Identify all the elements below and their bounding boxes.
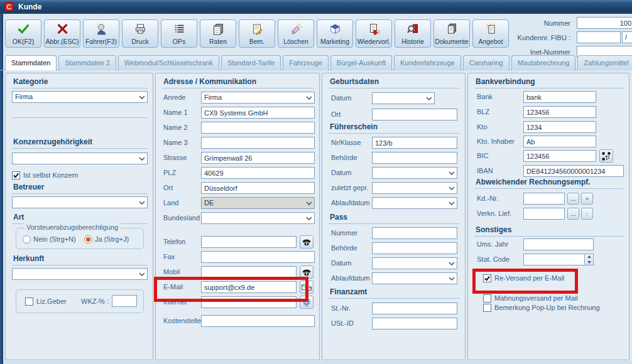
- email-input[interactable]: [201, 281, 297, 293]
- nummer-label: Nummer: [440, 18, 570, 29]
- ust-id-input[interactable]: [372, 318, 457, 329]
- anrede-select[interactable]: Firma: [201, 92, 315, 104]
- open-website-button[interactable]: [300, 296, 313, 309]
- tab-stammdaten[interactable]: Stammdaten: [5, 55, 57, 70]
- pass-behoerde-input[interactable]: [372, 242, 457, 254]
- name1-input[interactable]: [201, 107, 315, 119]
- tab-zahlungsmittel[interactable]: Zahlungsmittel: [577, 55, 632, 70]
- chevron-down-icon: [139, 95, 145, 99]
- bank-input[interactable]: [523, 91, 596, 103]
- tab-standard-tarife[interactable]: Standard-Tarife: [221, 55, 281, 70]
- chevron-down-icon: [449, 277, 455, 281]
- lizgeber-group: Liz.Geber WKZ-% :: [16, 289, 144, 313]
- pass-datum-select[interactable]: [372, 257, 457, 269]
- vorsteuer-nein-radio[interactable]: [23, 235, 31, 244]
- fs-behoerde-input[interactable]: [372, 152, 457, 164]
- bemerkung-popup-checkbox[interactable]: [483, 304, 491, 312]
- kto-label: Kto: [477, 121, 488, 133]
- fs-ablaufdatum-select[interactable]: [372, 197, 457, 209]
- tab-stammdaten-2[interactable]: Stammdaten 2: [58, 55, 116, 70]
- kostenstelle-input[interactable]: [201, 315, 315, 327]
- kto-input[interactable]: [523, 121, 596, 133]
- bic-lookup-button[interactable]: [599, 149, 613, 163]
- kto-inhaber-input[interactable]: [523, 136, 596, 147]
- fs-datum-select[interactable]: [372, 167, 457, 179]
- st-nr-input[interactable]: [372, 302, 457, 314]
- pass-ablaufdatum-select[interactable]: [372, 272, 457, 284]
- marketing-button[interactable]: Marketing: [317, 19, 353, 48]
- ellipsis-icon: ...: [570, 196, 575, 202]
- geburt-datum-select[interactable]: [372, 92, 435, 104]
- ums-jahr-input[interactable]: [523, 238, 594, 250]
- ist-selbst-konzern-checkbox[interactable]: [12, 171, 20, 179]
- wiedervorlage-button[interactable]: Wiedervorl.: [356, 19, 392, 48]
- kto-inhaber-label: Kto. Inhaber: [477, 136, 515, 147]
- tab-fahrzeuge[interactable]: Fahrzeuge: [283, 55, 329, 70]
- ok-button[interactable]: OK(F2): [5, 19, 41, 48]
- cancel-button[interactable]: Abbr.(ESC): [44, 19, 80, 48]
- mobil-dial-button[interactable]: [300, 265, 313, 279]
- nr-klasse-input[interactable]: [372, 137, 457, 149]
- herkunft-select[interactable]: [12, 268, 148, 280]
- tab-mautabrechnung[interactable]: Mautabrechnung: [511, 55, 576, 70]
- send-email-button[interactable]: [300, 281, 313, 294]
- nummer-input[interactable]: [577, 17, 632, 29]
- tab-webmodul[interactable]: Webmodul/Schlüsselschrank: [118, 55, 219, 70]
- iban-input[interactable]: [523, 165, 624, 177]
- mahnungsversand-checkbox[interactable]: [483, 294, 491, 302]
- reversand-checkbox[interactable]: [483, 274, 491, 282]
- kd-nr-input[interactable]: [523, 193, 565, 205]
- kundennr-fibu-input[interactable]: [577, 31, 621, 43]
- stat-code-input[interactable]: [523, 254, 585, 265]
- verkn-lief-new-button[interactable]: [581, 208, 593, 220]
- telefon-dial-button[interactable]: [300, 235, 313, 249]
- pass-nummer-input[interactable]: [372, 227, 457, 239]
- raten-button[interactable]: Raten: [200, 19, 236, 48]
- land-select[interactable]: DE: [201, 197, 315, 209]
- fahrer-button[interactable]: Fahrer(F3): [83, 19, 119, 48]
- tab-buergel-auskunft[interactable]: Bürgel-Auskunft: [330, 55, 392, 70]
- druck-button[interactable]: Druck: [122, 19, 158, 48]
- verkn-lief-input[interactable]: [523, 208, 565, 220]
- internet-input[interactable]: [201, 296, 297, 308]
- wkz-input[interactable]: [112, 295, 137, 307]
- loeschen-button[interactable]: Löschen: [278, 19, 314, 48]
- ort-input[interactable]: [201, 182, 315, 194]
- telefon-input[interactable]: [201, 236, 297, 248]
- fax-input[interactable]: [201, 251, 315, 263]
- divider: [12, 117, 148, 118]
- chevron-down-icon: [139, 272, 145, 276]
- mobil-input[interactable]: [201, 266, 297, 278]
- bic-input[interactable]: [523, 150, 596, 162]
- zuletzt-gepr-select[interactable]: [372, 182, 457, 194]
- chevron-down-icon: [306, 96, 312, 100]
- stat-code-stepper[interactable]: [584, 254, 594, 265]
- konzern-select[interactable]: [12, 153, 148, 164]
- verkn-lief-browse-button[interactable]: ...: [567, 208, 579, 220]
- email-icon: [301, 282, 312, 292]
- kategorie-select[interactable]: Firma: [12, 91, 148, 103]
- blz-input[interactable]: [523, 106, 596, 118]
- ellipsis-icon: ...: [570, 211, 575, 217]
- kd-nr-browse-button[interactable]: ...: [567, 193, 579, 205]
- tab-kundenfahrzeuge[interactable]: Kundenfahrzeuge: [394, 55, 461, 70]
- geburtsdaten-heading: Geburtsdaten: [329, 77, 460, 88]
- bem-button[interactable]: Bem.: [239, 19, 275, 48]
- name1-label: Name 1: [163, 107, 188, 119]
- geburt-ort-input[interactable]: [372, 109, 457, 120]
- name3-input[interactable]: [201, 137, 315, 149]
- name2-input[interactable]: [201, 122, 315, 134]
- ops-button[interactable]: OPs: [161, 19, 197, 48]
- plz-input[interactable]: [201, 167, 315, 179]
- book-icon: [329, 23, 342, 35]
- kd-nr-clear-button[interactable]: [581, 193, 593, 205]
- strasse-input[interactable]: [201, 152, 315, 164]
- historie-button[interactable]: Historie: [395, 19, 431, 48]
- anrede-label: Anrede: [163, 92, 185, 104]
- lizgeber-label: Liz.Geber: [36, 297, 67, 306]
- lizgeber-checkbox[interactable]: [25, 297, 33, 306]
- vorsteuer-ja-radio[interactable]: [84, 235, 92, 244]
- tab-carsharing[interactable]: Carsharing: [463, 55, 509, 70]
- betreuer-select[interactable]: [12, 196, 148, 208]
- bundesland-select[interactable]: [201, 212, 315, 224]
